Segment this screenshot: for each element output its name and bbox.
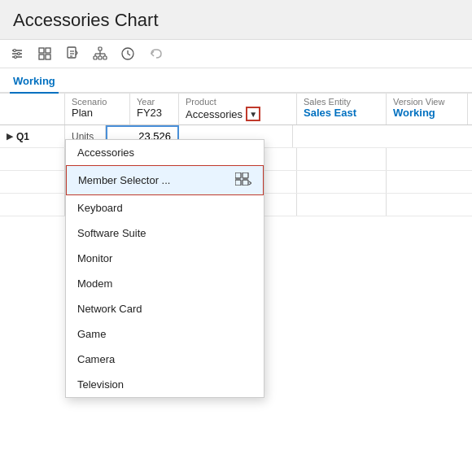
product-dropdown-button[interactable]: ▼ bbox=[246, 107, 260, 121]
dropdown-item-television[interactable]: Television bbox=[66, 372, 264, 397]
version-label: Version View bbox=[393, 97, 444, 107]
header-spacer bbox=[0, 94, 65, 124]
svg-rect-16 bbox=[98, 56, 102, 59]
svg-rect-17 bbox=[103, 56, 107, 59]
svg-rect-26 bbox=[235, 180, 241, 186]
page-header: Accessories Chart bbox=[0, 0, 472, 40]
row-header-q1: ▶ Q1 bbox=[0, 125, 65, 147]
page-title: Accessories Chart bbox=[13, 10, 459, 31]
empty-spacer bbox=[0, 148, 65, 170]
year-label: Year bbox=[137, 97, 155, 107]
empty-cell bbox=[297, 171, 387, 193]
svg-rect-8 bbox=[39, 55, 44, 59]
svg-rect-9 bbox=[46, 55, 50, 59]
column-headers: Scenario Plan Year FY23 Product Accessor… bbox=[0, 94, 472, 125]
dropdown-item-modem[interactable]: Modem bbox=[66, 271, 264, 296]
year-value: FY23 bbox=[137, 107, 162, 119]
member-selector-icon bbox=[235, 172, 251, 188]
sales-label: Sales Entity bbox=[304, 97, 351, 107]
empty-spacer bbox=[0, 194, 65, 216]
scenario-label: Scenario bbox=[72, 97, 107, 107]
sales-value: Sales East bbox=[304, 107, 356, 119]
svg-rect-24 bbox=[235, 172, 241, 178]
svg-point-5 bbox=[15, 56, 17, 59]
hierarchy-icon[interactable] bbox=[93, 46, 107, 61]
sliders-icon[interactable] bbox=[10, 46, 24, 61]
svg-rect-25 bbox=[243, 172, 248, 178]
year-header: Year FY23 bbox=[130, 94, 179, 124]
svg-rect-6 bbox=[39, 48, 44, 53]
dropdown-item-accessories[interactable]: Accessories bbox=[66, 140, 264, 165]
svg-rect-14 bbox=[98, 47, 102, 50]
version-header: Version View Working bbox=[387, 94, 468, 124]
empty-cell bbox=[297, 194, 387, 216]
tab-working[interactable]: Working bbox=[10, 68, 59, 94]
empty-spacer bbox=[0, 171, 65, 193]
dropdown-item-keyboard[interactable]: Keyboard bbox=[66, 195, 264, 221]
product-label: Product bbox=[186, 97, 216, 107]
tab-bar: Working bbox=[0, 68, 472, 94]
q1-label: Q1 bbox=[16, 131, 29, 142]
svg-rect-7 bbox=[46, 48, 50, 53]
svg-rect-27 bbox=[243, 180, 248, 186]
sales-header: Sales Entity Sales East bbox=[297, 94, 387, 124]
clock-icon[interactable] bbox=[120, 46, 135, 61]
svg-rect-15 bbox=[94, 56, 97, 59]
product-header: Product Accessories ▼ bbox=[179, 94, 297, 124]
version-value: Working bbox=[393, 107, 435, 119]
dropdown-item-monitor[interactable]: Monitor bbox=[66, 246, 264, 271]
dropdown-item-software-suite[interactable]: Software Suite bbox=[66, 221, 264, 246]
product-dropdown-menu: Accessories Member Selector ... Keyboard bbox=[65, 139, 264, 398]
dropdown-item-camera[interactable]: Camera bbox=[66, 347, 264, 372]
svg-point-3 bbox=[14, 50, 16, 52]
dropdown-item-member-selector[interactable]: Member Selector ... bbox=[66, 165, 264, 195]
product-value: Accessories ▼ bbox=[186, 107, 260, 121]
scenario-value: Plan bbox=[72, 107, 93, 119]
dropdown-item-game[interactable]: Game bbox=[66, 321, 264, 347]
empty-cell bbox=[297, 148, 387, 170]
settings-cube-icon[interactable] bbox=[37, 46, 52, 61]
toolbar bbox=[0, 40, 472, 68]
scenario-header: Scenario Plan bbox=[65, 94, 130, 124]
grid-container: Scenario Plan Year FY23 Product Accessor… bbox=[0, 94, 472, 476]
undo-icon[interactable] bbox=[148, 46, 163, 61]
expand-arrow-icon[interactable]: ▶ bbox=[7, 131, 13, 142]
document-icon[interactable] bbox=[65, 46, 80, 61]
svg-point-4 bbox=[18, 53, 20, 55]
dropdown-item-network-card[interactable]: Network Card bbox=[66, 296, 264, 321]
